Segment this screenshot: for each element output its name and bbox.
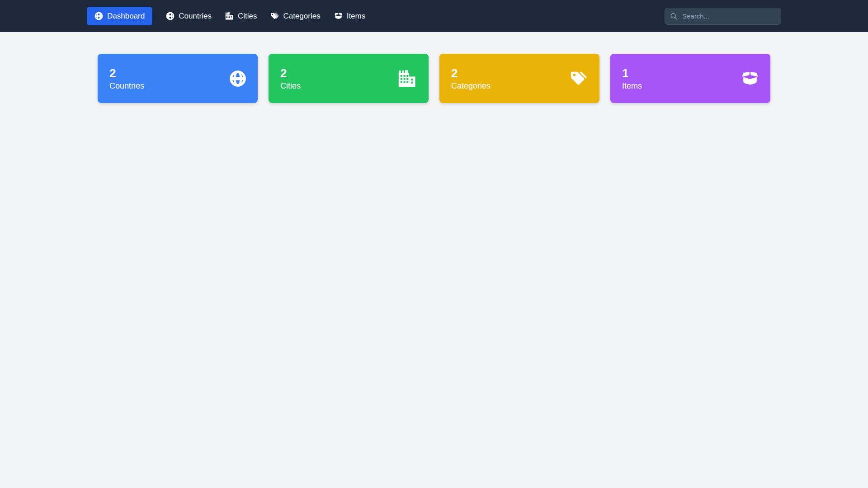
navbar-container: Dashboard Countries Cities Categories bbox=[87, 7, 781, 25]
nav-item-label: Categories bbox=[283, 12, 320, 20]
stat-card-categories: 2 Categories bbox=[439, 54, 599, 103]
nav-item-countries[interactable]: Countries bbox=[166, 12, 212, 20]
main-content: 2 Countries 2 Cities 2 Categories 1 Item… bbox=[87, 32, 781, 103]
top-navbar: Dashboard Countries Cities Categories bbox=[0, 0, 868, 32]
stat-card-items: 1 Items bbox=[610, 54, 770, 103]
search-input[interactable] bbox=[665, 8, 781, 25]
tags-icon bbox=[570, 70, 588, 87]
tags-icon bbox=[270, 12, 279, 20]
globe-icon bbox=[229, 70, 246, 87]
stat-card-countries: 2 Countries bbox=[98, 54, 258, 103]
buildings-icon bbox=[225, 12, 234, 20]
globe-icon bbox=[94, 12, 103, 20]
nav-item-cities[interactable]: Cities bbox=[225, 12, 257, 20]
nav-item-items[interactable]: Items bbox=[334, 12, 366, 20]
stat-card-cities: 2 Cities bbox=[269, 54, 429, 103]
nav-item-categories[interactable]: Categories bbox=[270, 12, 320, 20]
nav-links: Dashboard Countries Cities Categories bbox=[87, 7, 365, 25]
nav-item-label: Countries bbox=[179, 12, 212, 20]
box-open-icon bbox=[741, 71, 759, 86]
buildings-icon bbox=[398, 70, 417, 88]
nav-item-label: Items bbox=[347, 12, 366, 20]
globe-icon bbox=[166, 12, 175, 20]
search-container bbox=[665, 8, 781, 25]
nav-item-label: Cities bbox=[238, 12, 257, 20]
nav-item-dashboard[interactable]: Dashboard bbox=[87, 7, 152, 25]
nav-item-label: Dashboard bbox=[107, 12, 145, 20]
box-open-icon bbox=[334, 12, 343, 20]
stats-grid: 2 Countries 2 Cities 2 Categories 1 Item… bbox=[98, 54, 770, 103]
